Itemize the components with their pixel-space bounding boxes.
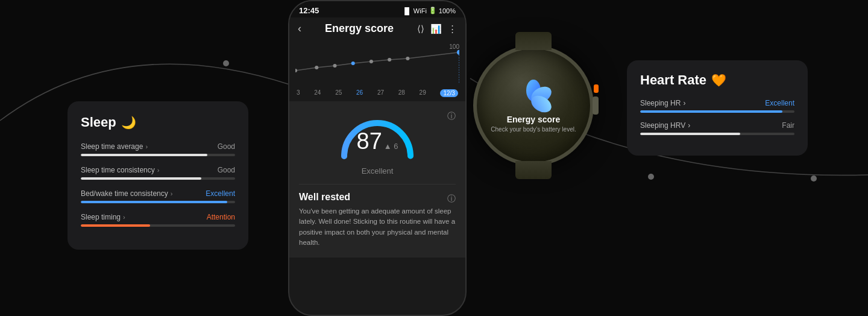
chevron-right-icon: › — [688, 121, 690, 130]
progress-bar-bg — [81, 154, 235, 156]
chevron-right-icon: › — [683, 99, 685, 107]
progress-bar-bg — [81, 224, 235, 227]
svg-point-3 — [811, 175, 817, 182]
well-rested-section: Well rested ⓘ You've been getting an ade… — [299, 184, 456, 248]
chevron-right-icon: › — [171, 190, 173, 197]
svg-point-6 — [333, 64, 336, 68]
metric-sleep-timing: Sleep timing › Attention — [81, 213, 235, 227]
hr-bar-bg — [640, 133, 794, 135]
metric-label-sleep-time-avg[interactable]: Sleep time average › — [81, 142, 148, 151]
score-section: ⓘ 87 ▲ 6 — [289, 101, 465, 258]
well-rested-text: You've been getting an adequate amount o… — [299, 206, 456, 248]
score-delta: ▲ 6 — [384, 142, 398, 151]
metric-label-sleeping-hrv[interactable]: Sleeping HRV › — [640, 121, 690, 130]
metric-value-sleeping-hr: Excellent — [765, 99, 794, 107]
status-icons: ▐▌ WiFi 🔋 100% — [402, 7, 456, 14]
phone-chart-area: 100 3 24 25 26 27 28 29 1 — [289, 41, 465, 101]
chart-date: 26 — [356, 89, 363, 97]
chart-date: 28 — [398, 89, 405, 97]
chart-svg — [295, 43, 459, 86]
metric-value-sleeping-hrv: Fair — [782, 121, 794, 130]
chart-date: 29 — [420, 89, 426, 97]
watch-subtitle: Check your body's battery level. — [491, 126, 576, 133]
heartrate-title-text: Heart Rate — [640, 72, 706, 88]
heartrate-card-title: Heart Rate 🧡 — [640, 72, 794, 88]
metric-label-sleep-timing[interactable]: Sleep timing › — [81, 213, 125, 221]
more-icon[interactable]: ⋮ — [448, 24, 457, 34]
metric-label-bedwake[interactable]: Bed/wake time consistency › — [81, 189, 172, 198]
hr-bar-bg — [640, 110, 794, 113]
chart-date: 3 — [297, 89, 300, 97]
svg-point-9 — [388, 58, 391, 62]
watch-crown — [593, 96, 599, 115]
phone-header-icons: ⟨⟩ 📊 ⋮ — [417, 24, 457, 34]
info-icon-2[interactable]: ⓘ — [447, 194, 456, 204]
watch-band-top — [515, 32, 552, 50]
score-number: 87 ▲ 6 — [357, 128, 398, 154]
score-value: 87 — [357, 128, 382, 154]
metric-sleep-time-consistency: Sleep time consistency › Good — [81, 166, 235, 180]
metric-value-sleep-time-avg: Good — [218, 142, 235, 151]
heart-icon: 🧡 — [711, 73, 726, 87]
battery-icon: 🔋 — [429, 7, 437, 14]
metric-value-bedwake: Excellent — [206, 189, 235, 198]
svg-point-11 — [457, 50, 459, 55]
status-time: 12:45 — [299, 6, 319, 15]
progress-bar-fill — [81, 177, 201, 180]
heartrate-card: Heart Rate 🧡 Sleeping HR › Excellent Sle… — [627, 60, 808, 156]
chart-date-active: 12/3 — [440, 89, 458, 97]
wifi-icon: WiFi — [414, 7, 427, 14]
progress-bar-fill — [81, 224, 150, 227]
phone-app-header: ‹ Energy score ⟨⟩ 📊 ⋮ — [289, 17, 465, 41]
progress-bar-fill — [81, 154, 207, 156]
battery-label: 100% — [439, 7, 456, 14]
progress-bar-fill — [81, 201, 227, 203]
chevron-right-icon: › — [145, 143, 148, 150]
metric-label-sleep-time-cons[interactable]: Sleep time consistency › — [81, 166, 159, 174]
svg-point-8 — [370, 60, 373, 63]
sleep-title-text: Sleep — [81, 115, 116, 130]
watch-container: Energy score Check your body's battery l… — [464, 36, 603, 175]
hr-bar-fill — [640, 110, 782, 113]
metric-bedwake-consistency: Bed/wake time consistency › Excellent — [81, 189, 235, 203]
metric-label-sleeping-hr[interactable]: Sleeping HR › — [640, 99, 685, 107]
chevron-right-icon: › — [123, 213, 125, 221]
phone-header-title: Energy score — [301, 22, 417, 35]
hr-bar-fill — [640, 133, 740, 135]
progress-bar-bg — [81, 201, 235, 203]
watch-flower-icon — [512, 78, 555, 115]
progress-bar-bg — [81, 177, 235, 180]
chart-max-label: 100 — [449, 43, 459, 50]
signal-icon: ▐▌ — [402, 7, 412, 14]
score-label: Excellent — [299, 166, 456, 175]
watch-button — [594, 84, 599, 93]
svg-point-4 — [295, 69, 297, 72]
metric-sleeping-hrv: Sleeping HRV › Fair — [640, 121, 794, 135]
sleep-card: Sleep 🌙 Sleep time average › Good Sleep … — [68, 101, 248, 250]
info-icon[interactable]: ⓘ — [447, 111, 456, 122]
chart-date: 25 — [335, 89, 342, 97]
watch-title: Energy score — [507, 115, 561, 124]
metric-value-sleep-timing: Attention — [207, 213, 235, 221]
score-gauge-area: ⓘ 87 ▲ 6 — [299, 111, 456, 159]
sleep-card-title: Sleep 🌙 — [81, 115, 235, 130]
metric-sleep-time-average: Sleep time average › Good — [81, 142, 235, 156]
svg-point-10 — [406, 57, 409, 60]
svg-point-2 — [648, 174, 654, 180]
phone-mockup: 12:45 ▐▌ WiFi 🔋 100% ‹ Energy score ⟨⟩ 📊… — [288, 0, 467, 316]
chart-icon[interactable]: 📊 — [430, 24, 442, 34]
metric-value-sleep-time-cons: Good — [218, 166, 235, 174]
phone-status-bar: 12:45 ▐▌ WiFi 🔋 100% — [289, 1, 465, 17]
chart-date: 27 — [377, 89, 384, 97]
svg-point-1 — [223, 60, 229, 66]
metric-sleeping-hr: Sleeping HR › Excellent — [640, 99, 794, 113]
phone-body: 12:45 ▐▌ WiFi 🔋 100% ‹ Energy score ⟨⟩ 📊… — [288, 0, 467, 316]
well-rested-title: Well rested — [299, 192, 350, 203]
share-icon[interactable]: ⟨⟩ — [417, 24, 424, 34]
watch-band-bottom — [515, 161, 552, 179]
sleep-moon-icon: 🌙 — [121, 115, 136, 130]
svg-point-7 — [351, 62, 355, 65]
chart-dates: 3 24 25 26 27 28 29 12/3 — [295, 89, 459, 97]
chevron-right-icon: › — [157, 166, 160, 174]
svg-point-5 — [315, 66, 318, 69]
